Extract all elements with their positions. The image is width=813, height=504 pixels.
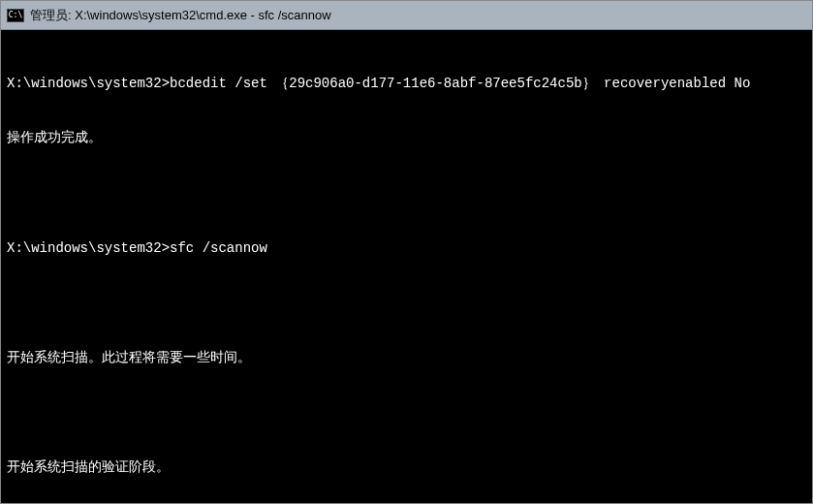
cmd-icon: C:\ <box>7 9 24 22</box>
terminal-line: 开始系统扫描。此过程将需要一些时间。 <box>7 349 806 367</box>
terminal-line: X:\windows\system32>bcdedit /set ｛29c906… <box>7 75 806 93</box>
titlebar[interactable]: C:\ 管理员: X:\windows\system32\cmd.exe - s… <box>1 1 812 30</box>
terminal-blank <box>7 294 806 312</box>
terminal-output[interactable]: X:\windows\system32>bcdedit /set ｛29c906… <box>1 30 812 503</box>
terminal-line: 操作成功完成。 <box>7 129 806 147</box>
terminal-line: 开始系统扫描的验证阶段。 <box>7 458 806 477</box>
window-title: 管理员: X:\windows\system32\cmd.exe - sfc /… <box>30 7 331 24</box>
terminal-blank <box>7 404 806 423</box>
terminal-line: X:\windows\system32>sfc /scannow <box>7 239 806 258</box>
terminal-blank <box>7 184 806 203</box>
cmd-window: C:\ 管理员: X:\windows\system32\cmd.exe - s… <box>0 0 813 504</box>
